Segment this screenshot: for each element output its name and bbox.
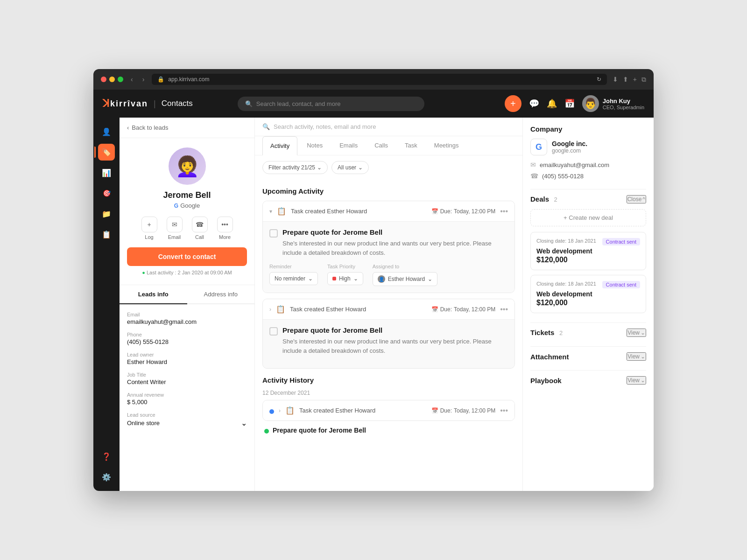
bell-icon[interactable]: 🔔 — [547, 98, 557, 109]
task-body-title-1: Prepare quote for Jerome Bell — [282, 228, 508, 236]
browser-chrome: ‹ › 🔒 app.kirrivan.com ↻ ⬇ ⬆ + ⧉ — [93, 69, 654, 90]
deal-date-1: Closing date: 18 Jan 2021 — [536, 238, 596, 244]
call-button[interactable]: ☎ Call — [192, 217, 208, 240]
sidebar-item-deals[interactable]: 🎯 — [98, 185, 115, 202]
tab-calls[interactable]: Calls — [367, 136, 395, 155]
task-checkbox-1[interactable] — [269, 229, 278, 238]
chevron-down-icon: ⌄ — [317, 164, 322, 171]
user-info[interactable]: 👨 John Kuy CEO, Superadmin — [582, 95, 644, 112]
sidebar-item-reports[interactable]: 📋 — [98, 226, 115, 243]
download-icon[interactable]: ⬇ — [613, 76, 618, 84]
tabs-icon[interactable]: ⧉ — [641, 76, 646, 84]
upcoming-activity-title: Upcoming Activity — [262, 187, 515, 195]
history-more-btn-1[interactable]: ••• — [500, 406, 508, 415]
task-more-btn-2[interactable]: ••• — [500, 305, 508, 314]
divider-1 — [530, 189, 646, 189]
tickets-section: Tickets 2 View ⌄ — [530, 329, 646, 337]
filter-user-btn[interactable]: All user ⌄ — [331, 161, 369, 174]
task-body-1: Prepare quote for Jerome Bell She's inte… — [263, 221, 514, 293]
playbook-view-btn[interactable]: View ⌄ — [627, 376, 646, 385]
create-deal-btn[interactable]: + Create new deal — [530, 209, 646, 226]
tab-address-info[interactable]: Address info — [187, 285, 255, 304]
log-button[interactable]: + Log — [141, 217, 157, 240]
right-panel: Company G Google inc. google.com ✉ email… — [523, 118, 654, 491]
user-filter-label: All user — [338, 164, 356, 171]
add-button[interactable]: + — [505, 95, 521, 112]
deals-close-btn[interactable]: Close ^ — [627, 195, 646, 203]
collapse-btn-1[interactable]: ▾ — [269, 208, 272, 215]
email-icon: ✉ — [167, 217, 183, 232]
maximize-window-btn[interactable] — [118, 77, 123, 82]
reminder-btn[interactable]: No reminder ⌄ — [269, 272, 318, 285]
lock-icon: 🔒 — [157, 76, 164, 83]
expand-history-btn-1[interactable]: › — [279, 407, 281, 414]
company-section-title: Company — [530, 125, 646, 133]
browser-forward-btn[interactable]: › — [141, 75, 147, 84]
sidebar-bottom: ❓ ⚙️ — [98, 448, 115, 485]
sidebar-item-leads[interactable]: 🏷️ — [98, 144, 115, 161]
chat-icon[interactable]: 💬 — [529, 98, 539, 109]
sidebar-item-contacts[interactable]: 👤 — [98, 123, 115, 140]
deals-icon: 🎯 — [103, 189, 111, 197]
tab-notes[interactable]: Notes — [299, 136, 330, 155]
more-label: More — [219, 234, 231, 240]
company-badge: G Google — [174, 202, 200, 209]
sidebar-item-help[interactable]: ❓ — [98, 448, 115, 465]
new-tab-icon[interactable]: + — [633, 76, 637, 84]
global-search[interactable]: 🔍 Search lead, contact, and more — [238, 97, 424, 111]
lead-owner-label: Lead owner — [127, 352, 247, 357]
tab-meetings[interactable]: Meetings — [427, 136, 466, 155]
filters-row: Filter activity 21/25 ⌄ All user ⌄ — [255, 155, 522, 180]
tab-activity[interactable]: Activity — [262, 136, 297, 155]
email-button[interactable]: ✉ Email — [167, 217, 183, 240]
more-button[interactable]: ••• More — [217, 217, 233, 240]
task-checkbox-2[interactable] — [269, 327, 278, 336]
close-window-btn[interactable] — [101, 77, 106, 82]
task-more-btn-1[interactable]: ••• — [500, 207, 508, 216]
sidebar-item-settings[interactable]: ⚙️ — [98, 469, 115, 485]
tickets-view-btn[interactable]: View ⌄ — [627, 329, 646, 337]
back-to-leads-btn[interactable]: ‹ Back to leads — [120, 118, 254, 138]
attachment-view-btn[interactable]: View ⌄ — [627, 352, 646, 361]
convert-to-contact-btn[interactable]: Convert to contact — [127, 247, 247, 266]
email-label: Email — [168, 234, 181, 240]
job-title-value: Content Writer — [127, 378, 247, 385]
playbook-section: Playbook View ⌄ — [530, 376, 646, 385]
priority-btn[interactable]: High ⌄ — [327, 272, 363, 285]
share-icon[interactable]: ⬆ — [623, 76, 628, 84]
expand-btn-2[interactable]: › — [269, 306, 271, 313]
tab-leads-info[interactable]: Leads info — [120, 285, 187, 304]
lead-source-dropdown[interactable]: Online store ⌄ — [127, 419, 247, 427]
divider-2 — [530, 322, 646, 323]
email-field-group: Email emailkuyahut@gmail.com — [127, 312, 247, 325]
browser-back-btn[interactable]: ‹ — [129, 75, 135, 84]
due-info-2: 📅 Due: Today, 12:00 PM — [431, 306, 496, 313]
deals-section-header: Deals 2 Close ^ — [530, 195, 646, 203]
activity-card-1: ▾ 📋 Task created Esther Howard 📅 Due: To… — [262, 201, 515, 293]
search-icon: 🔍 — [245, 100, 253, 107]
history-task-icon-1: 📋 — [285, 406, 295, 415]
calendar-icon[interactable]: 📅 — [564, 98, 575, 109]
assigned-btn[interactable]: 👤 Esther Howard ⌄ — [373, 272, 437, 286]
refresh-icon: ↻ — [597, 76, 601, 83]
sidebar-item-files[interactable]: 📁 — [98, 205, 115, 222]
history-dot-2 — [264, 429, 269, 434]
history-title-2: Prepare quote for Jerome Bell — [273, 427, 366, 434]
tab-task[interactable]: Task — [397, 136, 425, 155]
profile-tabs: Leads info Address info — [120, 285, 254, 304]
deal-amount-1: $120,000 — [536, 256, 640, 264]
sidebar-item-analytics[interactable]: 📊 — [98, 164, 115, 181]
user-name: John Kuy — [603, 98, 644, 105]
priority-label: Task Priority — [327, 264, 363, 269]
minimize-window-btn[interactable] — [109, 77, 115, 82]
address-bar[interactable]: 🔒 app.kirrivan.com ↻ — [152, 74, 606, 85]
filter-activity-btn[interactable]: Filter activity 21/25 ⌄ — [262, 161, 328, 174]
company-name-label: Google — [180, 202, 200, 209]
tab-emails[interactable]: Emails — [332, 136, 365, 155]
deal-date-2: Closing date: 18 Jan 2021 — [536, 281, 596, 287]
user-details: John Kuy CEO, Superadmin — [603, 98, 644, 110]
company-logo: G — [530, 139, 547, 155]
middle-search[interactable]: 🔍 Search activity, notes, email and more — [255, 118, 522, 136]
files-icon: 📁 — [102, 210, 111, 218]
email-value: emailkuyahut@gmail.com — [127, 318, 247, 325]
